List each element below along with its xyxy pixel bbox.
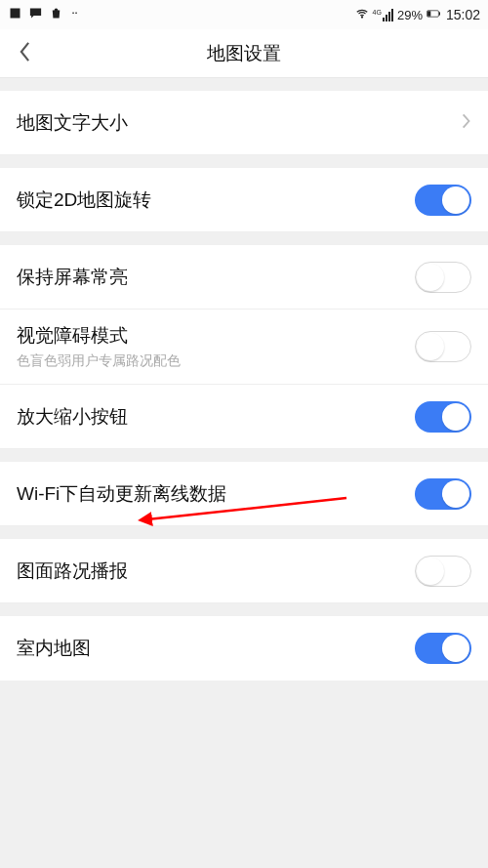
chevron-right-icon	[462, 112, 471, 134]
toggle-zoom-buttons[interactable]	[415, 401, 471, 433]
row-vis-impaired[interactable]: 视觉障碍模式 色盲色弱用户专属路况配色	[0, 310, 488, 385]
svg-point-0	[361, 16, 362, 17]
toggle-vis-impaired[interactable]	[415, 331, 471, 362]
toggle-traffic-voice[interactable]	[415, 556, 471, 587]
row-label: 放大缩小按钮	[17, 404, 415, 430]
row-wifi-offline[interactable]: Wi-Fi下自动更新离线数据	[0, 462, 488, 526]
page-title: 地图设置	[0, 41, 488, 66]
toggle-indoor-map[interactable]	[415, 633, 471, 664]
row-label: 视觉障碍模式	[17, 323, 415, 349]
toggle-wifi-offline[interactable]	[415, 478, 471, 510]
svg-rect-2	[427, 11, 430, 16]
title-bar: 地图设置	[0, 29, 488, 78]
row-sublabel: 色盲色弱用户专属路况配色	[17, 352, 415, 370]
row-text-size[interactable]: 地图文字大小	[0, 91, 488, 155]
row-label: 保持屏幕常亮	[17, 265, 415, 290]
chevron-left-icon	[19, 41, 31, 66]
svg-rect-3	[439, 12, 440, 15]
row-label: 锁定2D地图旋转	[17, 187, 415, 213]
statusbar-right: 4G 29% 15:02	[355, 7, 480, 23]
battery-icon	[427, 7, 440, 23]
settings-list: 地图文字大小 锁定2D地图旋转 保持屏幕常亮 视觉障碍模式 色盲色弱用户专属路况…	[0, 78, 488, 868]
status-bar: •• 4G 29% 15:02	[0, 0, 488, 29]
picture-icon	[8, 6, 22, 23]
row-label: Wi-Fi下自动更新离线数据	[17, 481, 415, 507]
row-indoor-map[interactable]: 室内地图	[0, 616, 488, 681]
row-label: 室内地图	[17, 636, 415, 661]
row-traffic-voice[interactable]: 图面路况播报	[0, 539, 488, 603]
clock-time: 15:02	[446, 7, 480, 22]
row-lock-2d-rotate[interactable]: 锁定2D地图旋转	[0, 168, 488, 232]
row-keep-awake[interactable]: 保持屏幕常亮	[0, 245, 488, 310]
statusbar-left: ••	[8, 6, 78, 23]
more-icon: ••	[72, 6, 78, 16]
chat-icon	[28, 6, 43, 23]
back-button[interactable]	[0, 29, 49, 78]
battery-percent: 29%	[397, 8, 423, 22]
bag-icon	[49, 6, 63, 23]
toggle-keep-awake[interactable]	[415, 262, 471, 293]
row-label: 地图文字大小	[17, 110, 462, 136]
signal-icon: 4G	[373, 9, 393, 21]
wifi-icon	[355, 7, 369, 23]
row-zoom-buttons[interactable]: 放大缩小按钮	[0, 385, 488, 449]
toggle-lock-2d-rotate[interactable]	[415, 185, 471, 216]
row-label: 图面路况播报	[17, 558, 415, 584]
